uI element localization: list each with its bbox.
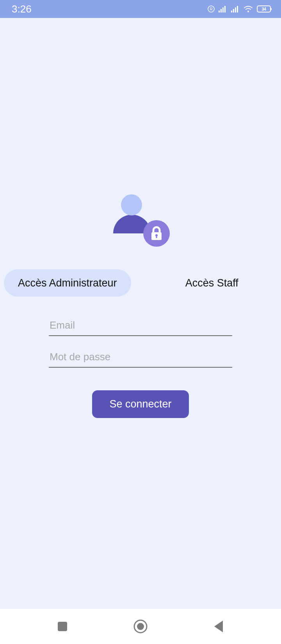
- status-time: 3:26: [12, 3, 32, 15]
- login-form: Se connecter: [49, 315, 232, 418]
- status-icons: R 34: [208, 5, 271, 12]
- battery-icon: 34: [257, 5, 271, 12]
- svg-rect-8: [235, 7, 236, 12]
- access-tabs: Accès Administrateur Accès Staff: [0, 269, 281, 297]
- svg-rect-4: [222, 7, 224, 12]
- svg-rect-2: [219, 11, 220, 12]
- svg-point-16: [137, 623, 144, 630]
- svg-rect-5: [224, 6, 226, 12]
- lock-icon: [143, 220, 170, 247]
- login-button[interactable]: Se connecter: [92, 390, 189, 418]
- recent-apps-button[interactable]: [55, 619, 70, 634]
- avatar-head-icon: [121, 194, 142, 215]
- signal-bars-icon: [219, 5, 227, 12]
- user-lock-avatar: [113, 194, 168, 247]
- wifi-icon: [244, 5, 253, 12]
- registered-icon: R: [208, 5, 215, 12]
- svg-text:R: R: [210, 7, 212, 11]
- tab-admin[interactable]: Accès Administrateur: [4, 269, 131, 297]
- home-button[interactable]: [133, 619, 148, 634]
- svg-rect-13: [156, 236, 157, 238]
- email-field[interactable]: [49, 315, 232, 336]
- tab-staff[interactable]: Accès Staff: [147, 269, 277, 297]
- svg-rect-6: [231, 11, 232, 12]
- password-field[interactable]: [49, 347, 232, 368]
- svg-rect-14: [58, 622, 67, 631]
- main-content: Accès Administrateur Accès Staff Se conn…: [0, 18, 281, 609]
- svg-rect-7: [233, 9, 234, 12]
- back-button[interactable]: [211, 619, 226, 634]
- status-bar: 3:26 R 34: [0, 0, 281, 18]
- signal-bars-icon-2: [231, 5, 240, 12]
- svg-rect-9: [237, 6, 238, 12]
- navigation-bar: [0, 609, 281, 644]
- svg-rect-3: [221, 9, 222, 12]
- svg-point-10: [247, 11, 249, 12]
